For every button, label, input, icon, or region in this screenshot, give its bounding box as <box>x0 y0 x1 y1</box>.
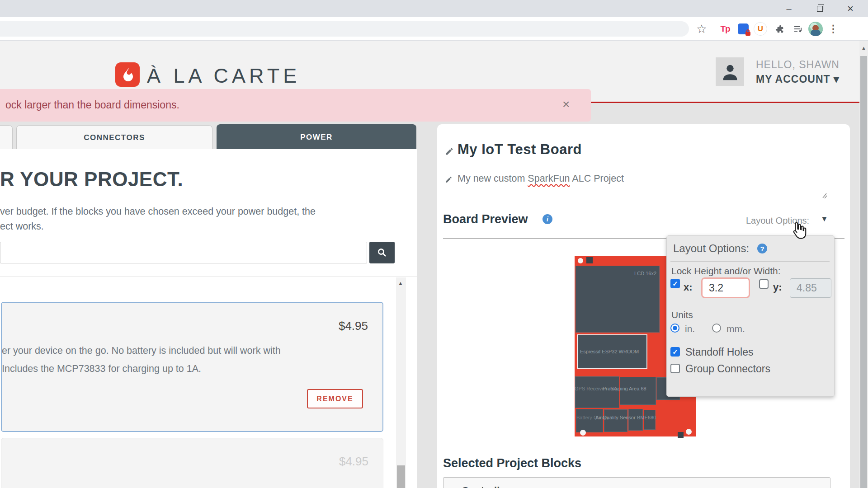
section-heading: R YOUR PROJECT. <box>0 168 183 191</box>
lock-x-checkbox[interactable]: ✓ <box>670 279 680 288</box>
tab-connectors[interactable]: CONNECTORS <box>16 125 212 150</box>
avatar <box>808 22 823 36</box>
mouse-cursor-hand <box>788 221 808 241</box>
block-list: ▲ $4.95 er your device on the go. No bat… <box>0 277 417 488</box>
board-block-battery[interactable] <box>576 409 603 432</box>
account-avatar[interactable] <box>716 57 744 86</box>
scroll-up-arrow-icon[interactable]: ▲ <box>398 280 403 286</box>
alert-banner: ock larger than the board dimensions. × <box>0 89 591 122</box>
logo-wordmark: À LA CARTE <box>147 64 300 88</box>
group-connectors-label[interactable]: Group Connectors <box>685 363 770 375</box>
shield-icon <box>738 23 749 34</box>
person-icon <box>720 61 741 82</box>
browser-toolbar: ☆ Tp U ⋮ <box>0 17 868 41</box>
edit-title-pencil-icon[interactable] <box>445 147 454 156</box>
restore-icon <box>817 6 823 12</box>
standoff-hole <box>686 429 692 435</box>
window-close-button[interactable]: × <box>840 0 861 17</box>
info-icon[interactable]: i <box>542 214 552 224</box>
spellcheck-word: SparkFun <box>528 173 570 184</box>
unit-mm-label[interactable]: mm. <box>726 324 745 334</box>
y-dimension-input[interactable] <box>790 278 831 298</box>
block-search-input[interactable] <box>0 242 367 263</box>
resize-grip-icon[interactable] <box>819 191 829 201</box>
tab-partial[interactable] <box>0 125 13 150</box>
x-label: x: <box>684 282 693 293</box>
board-title[interactable]: My IoT Test Board <box>458 141 582 158</box>
layout-options-popup: Layout Options: ? Lock Height and/or Wid… <box>666 235 835 397</box>
standoff-holes-checkbox[interactable]: ✓ <box>670 347 680 357</box>
window-restore-button[interactable] <box>809 0 830 17</box>
greeting-text: HELLO, SHAWN <box>756 59 840 71</box>
board-preview-heading: Board Preview <box>443 212 528 226</box>
selected-block-label: Controller <box>462 485 509 488</box>
url-bar[interactable] <box>0 21 689 37</box>
block-price: $4.95 <box>339 319 368 333</box>
section-intro: ver budget. If the blocks you have chose… <box>0 204 316 234</box>
lock-y-checkbox[interactable] <box>759 279 769 289</box>
shield-lock-extension-icon[interactable] <box>735 17 751 41</box>
group-connectors-checkbox[interactable] <box>670 364 680 373</box>
selected-blocks-box: Controller <box>443 477 830 488</box>
flame-icon <box>119 66 136 83</box>
unit-in-label[interactable]: in. <box>685 324 695 334</box>
page-scrollbar-thumb[interactable] <box>860 56 867 488</box>
block-description: Includes the MCP73833 for charging up to… <box>2 363 201 375</box>
alert-message: ock larger than the board dimensions. <box>5 99 179 111</box>
search-icon <box>377 247 387 258</box>
playlist-icon[interactable] <box>789 17 807 41</box>
board-fiducial <box>678 432 684 438</box>
remove-button[interactable]: REMOVE <box>307 389 363 408</box>
extensions-puzzle-icon[interactable] <box>771 17 788 41</box>
unit-mm-radio[interactable] <box>712 324 721 333</box>
list-scrollbar[interactable]: ▲ <box>396 277 406 488</box>
edit-subtitle-pencil-icon[interactable] <box>445 176 453 183</box>
board-fiducial <box>586 257 593 263</box>
caret-down-icon[interactable]: ▼ <box>821 215 828 224</box>
block-description: er your device on the go. No battery is … <box>2 345 281 357</box>
board-logo-dot <box>578 258 583 263</box>
screen: – × ☆ Tp U <box>0 0 868 488</box>
board-block-lcd[interactable]: LCD 16x2 <box>576 266 660 333</box>
my-account-menu[interactable]: MY ACCOUNT ▾ <box>756 73 840 85</box>
alert-close-icon[interactable]: × <box>562 97 570 112</box>
units-label: Units <box>671 310 693 320</box>
window-minimize-button[interactable]: – <box>778 0 799 17</box>
block-price: $4.95 <box>339 455 368 469</box>
scroll-up-arrow-icon[interactable]: ▲ <box>861 45 866 51</box>
page-scrollbar[interactable]: ▲ <box>859 41 868 488</box>
bookmark-star-icon[interactable]: ☆ <box>693 17 711 41</box>
window-titlebar: – × <box>0 0 868 17</box>
help-icon[interactable]: ? <box>757 244 767 253</box>
browser-menu-button[interactable]: ⋮ <box>826 17 841 41</box>
popup-divider <box>670 261 830 262</box>
standoff-hole <box>580 430 586 436</box>
chevron-down-icon: ▾ <box>834 73 840 85</box>
search-button[interactable] <box>369 242 395 263</box>
block-card-selected[interactable]: $4.95 er your device on the go. No batte… <box>1 302 383 432</box>
lock-label: Lock Height and/or Width: <box>671 266 781 277</box>
selected-blocks-heading: Selected Project Blocks <box>443 456 581 470</box>
tp-extension-icon[interactable]: Tp <box>717 17 733 41</box>
unit-in-radio[interactable] <box>670 324 679 333</box>
tab-power[interactable]: POWER <box>217 124 416 150</box>
board-block-esp32[interactable]: Espressif ESP32 WROOM <box>577 334 647 369</box>
browser-profile-avatar[interactable] <box>807 17 825 41</box>
x-dimension-input[interactable] <box>701 277 750 298</box>
board-subtitle[interactable]: My new custom SparkFun ALC Project <box>458 173 624 184</box>
standoff-holes-label[interactable]: Standoff Holes <box>685 346 753 358</box>
sparkfun-logo[interactable] <box>115 62 140 87</box>
list-scrollbar-thumb[interactable] <box>397 465 405 488</box>
block-card[interactable]: $4.95 block adds LiPo charging as well s… <box>1 438 383 488</box>
u-extension-icon[interactable]: U <box>751 17 769 41</box>
board-block-gps[interactable] <box>575 376 619 408</box>
popup-title: Layout Options: <box>673 242 749 255</box>
y-label: y: <box>773 282 782 293</box>
power-tab-content: R YOUR PROJECT. ver budget. If the block… <box>0 149 417 488</box>
board-block-airquality[interactable] <box>604 409 627 432</box>
